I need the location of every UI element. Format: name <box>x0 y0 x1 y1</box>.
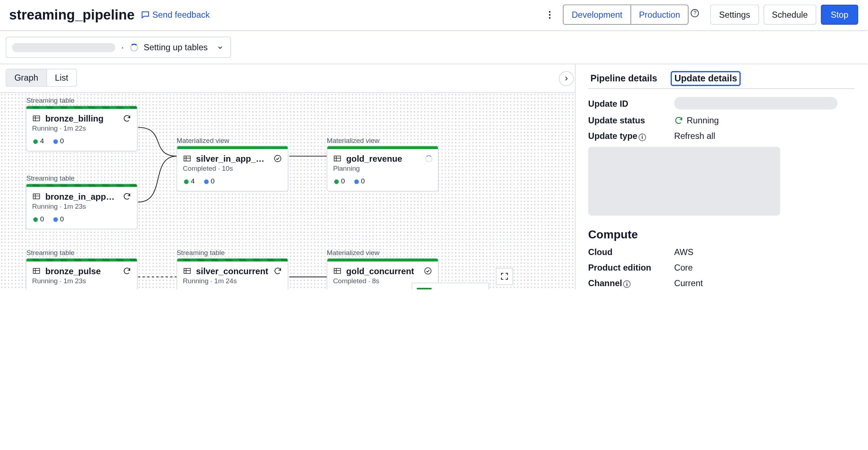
svg-point-2 <box>549 17 550 18</box>
fullscreen-icon <box>500 272 509 281</box>
node-gold-revenue[interactable]: gold_revenue Planning 0 0 <box>327 146 438 192</box>
table-icon <box>32 192 41 201</box>
check-circle-icon <box>424 267 432 275</box>
dag-canvas[interactable]: Streaming table Streaming table Material… <box>0 92 575 289</box>
schedule-button[interactable]: Schedule <box>763 5 817 25</box>
spinner-icon <box>425 155 432 162</box>
chevron-down-icon <box>217 44 224 51</box>
node-silver-in-app[interactable]: silver_in_app_purc… Completed · 10s 4 0 <box>176 146 288 192</box>
status-row: · Setting up tables <box>0 31 867 64</box>
stop-button[interactable]: Stop <box>821 5 858 25</box>
environment-toggle: Development Production <box>563 5 689 25</box>
table-icon <box>183 267 192 275</box>
info-icon[interactable]: i <box>623 280 631 288</box>
refresh-icon <box>123 267 131 275</box>
spinner-icon <box>130 43 138 51</box>
table-icon <box>32 267 41 275</box>
tab-list[interactable]: List <box>46 69 76 86</box>
refresh-icon <box>123 192 131 201</box>
refresh-icon <box>674 115 683 124</box>
tab-pipeline-details[interactable]: Pipeline details <box>588 72 659 85</box>
group-label: Streaming table <box>176 249 225 257</box>
group-label: Materialized view <box>176 136 229 144</box>
refresh-icon <box>273 267 282 275</box>
chat-icon <box>140 10 150 20</box>
update-id-placeholder <box>674 97 838 110</box>
group-label: Streaming table <box>26 249 75 257</box>
tab-graph[interactable]: Graph <box>6 69 46 86</box>
compute-heading: Compute <box>588 228 855 241</box>
svg-rect-22 <box>334 268 341 273</box>
page-title: streaming_pipeline <box>9 7 135 22</box>
svg-rect-6 <box>33 194 40 199</box>
update-chart-placeholder <box>588 147 780 215</box>
table-icon <box>32 114 41 123</box>
svg-rect-16 <box>33 268 40 273</box>
collapse-panel-button[interactable] <box>559 71 574 86</box>
svg-rect-19 <box>184 268 191 273</box>
minimap[interactable] <box>412 283 489 289</box>
top-bar: streaming_pipeline Send feedback Develop… <box>0 0 867 31</box>
send-feedback-link[interactable]: Send feedback <box>140 10 210 20</box>
node-silver-concurrent[interactable]: silver_concurrent Running · 1m 24s 5 0 <box>176 258 288 289</box>
node-bronze-billing[interactable]: bronze_billing Running · 1m 22s 4 0 <box>26 106 137 152</box>
svg-point-12 <box>275 155 281 162</box>
node-bronze-in-app[interactable]: bronze_in_app_pu… Running · 1m 23s 0 0 <box>26 183 137 229</box>
kebab-icon <box>545 9 555 20</box>
tab-update-details[interactable]: Update details <box>672 72 739 85</box>
svg-point-25 <box>425 268 431 274</box>
chevron-right-icon <box>563 75 570 82</box>
table-icon <box>183 154 192 163</box>
details-panel: Pipeline details Update details Update I… <box>575 64 867 289</box>
canvas-area: Graph List Streaming table Streaming tab… <box>0 64 575 289</box>
fit-view-button[interactable] <box>496 268 513 285</box>
env-development-button[interactable]: Development <box>563 5 630 24</box>
zoom-controls: + − <box>496 268 513 289</box>
refresh-icon <box>123 114 131 123</box>
svg-point-1 <box>549 14 550 15</box>
help-icon[interactable]: ? <box>691 9 699 17</box>
group-label: Streaming table <box>26 174 75 182</box>
group-label: Materialized view <box>327 249 379 257</box>
table-icon <box>333 267 342 275</box>
svg-rect-3 <box>33 116 40 121</box>
update-status-selector[interactable]: · Setting up tables <box>6 37 231 58</box>
update-id-placeholder <box>12 43 115 52</box>
table-icon <box>333 154 342 163</box>
view-tabs: Graph List <box>0 64 575 93</box>
node-bronze-pulse[interactable]: bronze_pulse Running · 1m 23s 888 0 <box>26 258 137 289</box>
main-area: Graph List Streaming table Streaming tab… <box>0 64 867 289</box>
svg-rect-9 <box>184 156 191 161</box>
svg-point-0 <box>549 11 550 12</box>
info-icon[interactable]: i <box>638 133 646 141</box>
more-menu-button[interactable] <box>544 7 556 22</box>
settings-button[interactable]: Settings <box>710 5 758 25</box>
group-label: Materialized view <box>327 136 379 144</box>
group-label: Streaming table <box>26 96 75 104</box>
svg-rect-13 <box>334 156 341 161</box>
check-circle-icon <box>273 154 282 163</box>
env-production-button[interactable]: Production <box>630 5 688 24</box>
